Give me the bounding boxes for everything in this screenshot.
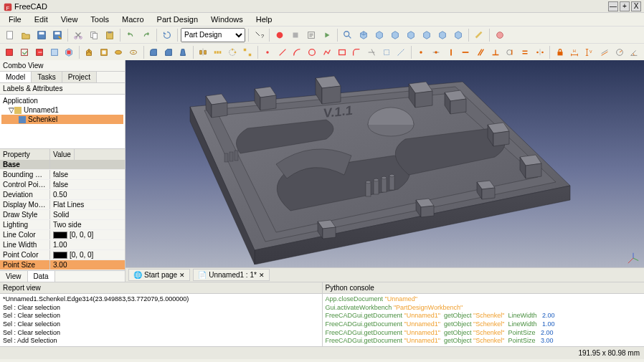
left-view-icon[interactable]: [451, 28, 465, 42]
tree-application[interactable]: Application: [1, 96, 123, 105]
pad-icon[interactable]: [82, 45, 96, 59]
undo-icon[interactable]: [123, 28, 138, 42]
line-sketch-icon[interactable]: [275, 45, 289, 59]
polar-pattern-icon[interactable]: [226, 45, 240, 59]
constraint-horizontal-icon[interactable]: [459, 45, 473, 59]
copy-icon[interactable]: [87, 28, 101, 42]
sketch-icon[interactable]: [3, 45, 16, 59]
prop-tab-data[interactable]: Data: [28, 271, 55, 282]
workbench-selector[interactable]: Part Design: [181, 28, 245, 42]
open-file-icon[interactable]: [19, 28, 33, 42]
refresh-icon[interactable]: [160, 28, 174, 42]
save-as-icon[interactable]: [50, 28, 65, 42]
maximize-button[interactable]: +: [620, 1, 630, 11]
constraint-vertical-icon[interactable]: [444, 45, 458, 59]
fillet-sketch-icon[interactable]: [350, 45, 364, 59]
menu-part-design[interactable]: Part Design: [151, 14, 204, 25]
viewport-3d[interactable]: V.1.1 🌐Start page✕ 📄Unnamed1 : 1*✕: [126, 60, 644, 282]
prop-row[interactable]: Point Size3.00: [0, 260, 125, 270]
point-sketch-icon[interactable]: [261, 45, 275, 59]
edit-sketch-icon[interactable]: [18, 45, 32, 59]
front-view-icon[interactable]: [372, 28, 387, 42]
leave-sketch-icon[interactable]: [32, 45, 46, 59]
polyline-sketch-icon[interactable]: [320, 45, 333, 59]
menu-windows[interactable]: Windows: [205, 14, 249, 25]
isometric-view-icon[interactable]: [356, 28, 371, 42]
new-file-icon[interactable]: [3, 28, 17, 42]
tree-body[interactable]: Application ▽ Unnamed1 Schenkel: [0, 95, 125, 148]
fit-all-icon[interactable]: [341, 28, 355, 42]
constraint-vdist-icon[interactable]: V: [583, 45, 597, 59]
trim-sketch-icon[interactable]: [365, 45, 379, 59]
combo-tab-model[interactable]: Model: [0, 72, 32, 82]
mirror-icon[interactable]: [196, 45, 210, 59]
right-view-icon[interactable]: [404, 28, 418, 42]
arc-sketch-icon[interactable]: [290, 45, 304, 59]
groove-icon[interactable]: [127, 45, 141, 59]
prop-row[interactable]: Line Color[0, 0, 0]: [0, 230, 125, 240]
menu-edit[interactable]: Edit: [29, 14, 54, 25]
menu-view[interactable]: View: [55, 14, 84, 25]
execute-macro-icon[interactable]: [320, 28, 334, 42]
report-view-body[interactable]: *Unnamed1.Schenkel.Edge314(23.949883,53.…: [0, 294, 322, 346]
bottom-view-icon[interactable]: [435, 28, 450, 42]
menu-file[interactable]: File: [3, 14, 27, 25]
whats-this-icon[interactable]: ?: [252, 28, 266, 42]
constraint-radius-icon[interactable]: [612, 45, 626, 59]
constraint-tangent-icon[interactable]: [503, 45, 517, 59]
menu-tools[interactable]: Tools: [85, 14, 115, 25]
constraint-coincident-icon[interactable]: [415, 45, 428, 59]
appearance-icon[interactable]: [493, 28, 507, 42]
prop-row[interactable]: Control Poi…false: [0, 180, 125, 190]
construction-icon[interactable]: [394, 45, 408, 59]
save-icon[interactable]: [34, 28, 49, 42]
pocket-icon[interactable]: [97, 45, 110, 59]
close-tab-icon[interactable]: ✕: [259, 272, 265, 279]
close-button[interactable]: X: [631, 1, 641, 11]
close-tab-icon[interactable]: ✕: [179, 272, 185, 279]
menu-macro[interactable]: Macro: [116, 14, 150, 25]
view-sketch-icon[interactable]: [47, 45, 61, 59]
constraint-lock-icon[interactable]: [553, 45, 567, 59]
minimize-button[interactable]: —: [608, 1, 618, 11]
top-view-icon[interactable]: [388, 28, 402, 42]
rear-view-icon[interactable]: [420, 28, 434, 42]
tree-item-schenkel[interactable]: Schenkel: [1, 115, 123, 124]
prop-row[interactable]: Display Mo…Flat Lines: [0, 200, 125, 210]
prop-row[interactable]: Deviation0.50: [0, 190, 125, 200]
viewport-tab-start[interactable]: 🌐Start page✕: [128, 269, 190, 281]
prop-row[interactable]: Draw StyleSolid: [0, 210, 125, 220]
macros-icon[interactable]: [304, 28, 318, 42]
prop-row[interactable]: Point Color[0, 0, 0]: [0, 250, 125, 260]
fillet-icon[interactable]: [146, 45, 160, 59]
multi-transform-icon[interactable]: [241, 45, 255, 59]
constraint-equal-icon[interactable]: [518, 45, 532, 59]
external-geom-icon[interactable]: [379, 45, 393, 59]
revolution-icon[interactable]: [112, 45, 126, 59]
menu-help[interactable]: Help: [250, 14, 278, 25]
chamfer-icon[interactable]: [161, 45, 175, 59]
draft-icon[interactable]: [176, 45, 190, 59]
prop-row[interactable]: Bounding …false: [0, 170, 125, 180]
cut-icon[interactable]: [71, 28, 85, 42]
constraint-hdist-icon[interactable]: H: [568, 45, 582, 59]
combo-tab-tasks[interactable]: Tasks: [32, 72, 62, 82]
map-sketch-icon[interactable]: [62, 45, 76, 59]
tree-document[interactable]: ▽ Unnamed1: [1, 105, 123, 115]
circle-sketch-icon[interactable]: [306, 45, 319, 59]
paste-icon[interactable]: [103, 28, 117, 42]
prop-row[interactable]: Line Width1.00: [0, 240, 125, 250]
record-macro-icon[interactable]: [273, 28, 287, 42]
constraint-parallel-icon[interactable]: [474, 45, 488, 59]
prop-tab-view[interactable]: View: [0, 271, 28, 282]
stop-macro-icon[interactable]: [288, 28, 303, 42]
python-console-body[interactable]: App.closeDocument "Unnamed"Gui.activateW…: [323, 294, 645, 346]
linear-pattern-icon[interactable]: [211, 45, 224, 59]
rect-sketch-icon[interactable]: [335, 45, 349, 59]
combo-tab-project[interactable]: Project: [62, 72, 97, 82]
viewport-tab-doc[interactable]: 📄Unnamed1 : 1*✕: [193, 269, 270, 281]
measure-distance-icon[interactable]: [472, 28, 486, 42]
constraint-symmetric-icon[interactable]: [534, 45, 547, 59]
redo-icon[interactable]: [139, 28, 153, 42]
nav-axes-icon[interactable]: [627, 252, 640, 265]
